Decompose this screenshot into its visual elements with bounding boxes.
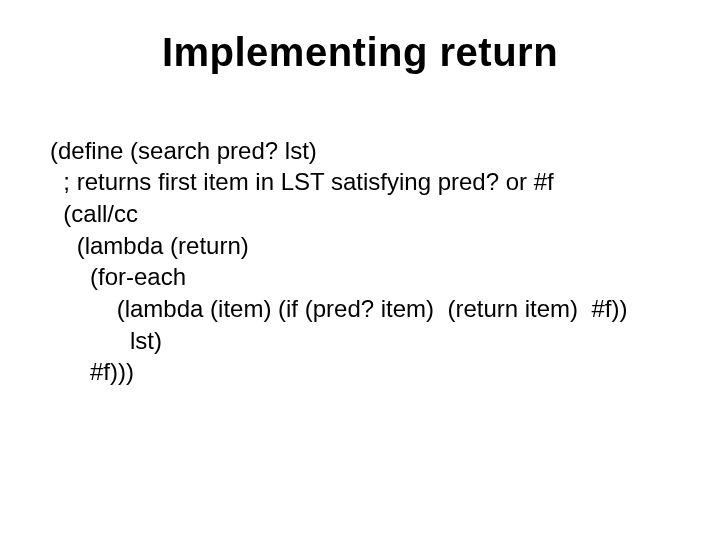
code-line: (call/cc <box>50 200 138 227</box>
code-line: ; returns first item in LST satisfying p… <box>50 168 554 195</box>
code-line: (lambda (return) <box>50 232 249 259</box>
code-line: (lambda (item) (if (pred? item) (return … <box>50 295 627 322</box>
code-line: lst) <box>50 327 162 354</box>
code-line: (define (search pred? lst) <box>50 137 317 164</box>
code-line: #f))) <box>50 358 134 385</box>
slide-title: Implementing return <box>50 30 670 75</box>
code-block: (define (search pred? lst) ; returns fir… <box>50 103 670 420</box>
slide: Implementing return (define (search pred… <box>0 0 720 540</box>
code-line: (for-each <box>50 263 186 290</box>
